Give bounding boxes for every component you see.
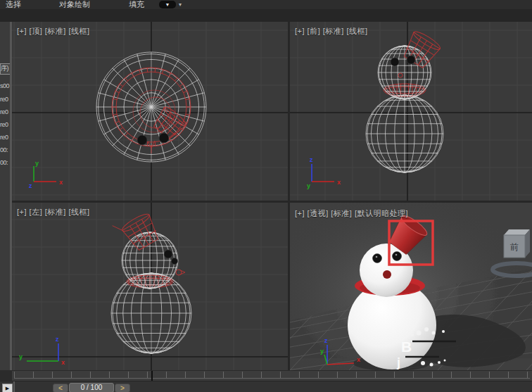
eye [164,250,172,258]
viewport-perspective[interactable]: 前Bjzyx [+] [透视] [标准] [默认明暗处理] [290,203,532,370]
wireframe-sphere [122,232,178,289]
eye [172,258,178,265]
tab-select[interactable]: 选择 [6,0,21,9]
axis-z-label: z [324,337,328,344]
perspective-view-canvas: 前Bjzyx [290,203,532,370]
viewport-area: yxz [+] [顶] [标准] [线框] zxy [+] [前] [标准] [… [12,22,532,370]
tab-object-paint[interactable]: 对象绘制 [59,0,90,9]
panel-row[interactable]: 序) [0,63,10,75]
viewcube-front-face[interactable]: 前 [510,242,519,252]
viewport-label-left[interactable]: [+] [左] [标准] [线框] [17,207,90,217]
panel-row[interactable]: re0 [0,133,10,142]
eye [159,133,169,143]
viewport-top[interactable]: yxz [+] [顶] [标准] [线框] [12,22,288,201]
bottom-divider [13,381,15,392]
viewport-label-perspective[interactable]: [+] [透视] [标准] [默认明暗处理] [295,208,408,219]
3dsmax-window: 选择 对象绘制 填充 ▼ ▾ 序) s00 re0 re0 re0 re0 00… [0,0,532,392]
eye [373,254,382,263]
wireframe-hat [400,29,442,70]
viewport-label-front[interactable]: [+] [前] [标准] [线框] [295,26,368,37]
axis-z-label: z [29,182,32,189]
panel-row[interactable]: re0 [0,108,10,117]
top-view-canvas: yxz [12,22,288,201]
viewport-left[interactable]: zyx [+] [左] [标准] [线框] [12,203,288,370]
dropdown-arrow-icon: ▼ [165,2,170,7]
chevron-right-icon: > [120,384,125,392]
eye [137,135,147,145]
axis-y-label: y [320,348,324,355]
viewport-front[interactable]: zxy [+] [前] [标准] [线框] [290,22,532,201]
axis-z-label: z [56,336,59,343]
axis-y-label: y [19,353,23,360]
previous-frame-button[interactable]: < [53,384,68,392]
eye [407,56,415,64]
axis-z-label: z [310,156,313,163]
nose [383,270,391,279]
watermark-text-2: j [396,355,400,369]
left-view-canvas: zyx [12,203,288,370]
viewport-label-top[interactable]: [+] [顶] [标准] [线框] [17,26,90,37]
axis-y-label: y [307,182,310,189]
axis-x-label: x [61,359,65,366]
play-right-icon: ▶ [6,386,9,391]
wireframe-sphere [378,46,431,99]
ribbon-collapsed-strip [0,9,532,23]
panel-row[interactable]: re0 [0,95,10,104]
panel-row[interactable]: 00: [0,146,10,155]
caret-down-icon[interactable]: ▾ [179,1,182,8]
track-bar-ticks [14,372,530,378]
tab-fill[interactable]: 填充 [129,0,144,9]
panel-row[interactable]: re0 [0,120,10,129]
next-frame-button[interactable]: > [115,384,130,392]
axis-tripod: zyx [19,336,65,366]
left-object-panel: 序) s00 re0 re0 re0 re0 00: 00: [0,22,10,370]
track-bar-line [14,378,530,379]
axis-tripod: zxy [307,156,341,189]
expand-panel-button[interactable]: ▶ [2,384,13,392]
nose [398,73,403,77]
eye [393,252,402,261]
axis-x-label: x [337,179,341,186]
ribbon-tab-bar: 选择 对象绘制 填充 ▼ ▾ [0,0,532,9]
axis-tripod: yxz [29,160,63,189]
time-slider[interactable]: 0 / 100 [69,383,114,392]
panel-row[interactable]: 00: [0,158,10,167]
watermark-text-1: B [401,339,412,355]
wireframe-sphere [366,95,443,172]
dropdown-button[interactable]: ▼ [159,1,176,8]
chevron-left-icon: < [58,384,63,392]
front-view-canvas: zxy [290,22,532,201]
wireframe-hat [113,207,162,255]
axis-y-label: y [35,160,39,167]
axis-x-label: x [59,179,63,186]
bottom-bar: ▶ < 0 / 100 > [0,381,532,392]
eye [391,58,399,66]
axis-x-label: x [357,356,360,363]
panel-row[interactable]: s00 [0,82,10,91]
track-bar[interactable] [12,370,532,381]
track-bar-marker[interactable] [151,371,153,381]
